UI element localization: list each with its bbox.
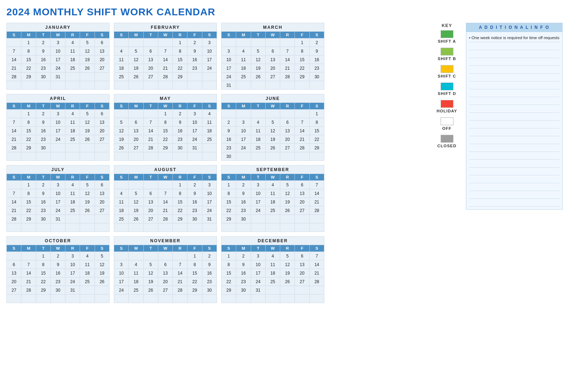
calendar-day <box>95 152 109 161</box>
calendar-day: 10 <box>187 118 202 127</box>
day-of-week-header: M <box>236 32 251 38</box>
calendar-day <box>295 110 309 118</box>
calendar-day: 5 <box>80 38 95 47</box>
calendar-month-title: APRIL <box>7 94 110 103</box>
calendar-day: 10 <box>114 269 129 277</box>
calendar-day: 5 <box>143 260 158 269</box>
calendar-day: 31 <box>187 144 202 152</box>
calendar-day: 29 <box>309 144 324 152</box>
day-of-week-header: S <box>95 174 109 181</box>
calendar-day <box>95 73 109 81</box>
calendar-day: 11 <box>202 118 217 127</box>
calendar-day <box>143 152 158 161</box>
calendar-day <box>295 215 309 223</box>
calendar-month-title: FEBRUARY <box>114 23 217 32</box>
calendar-day: 7 <box>158 189 172 198</box>
calendar-day <box>7 110 21 118</box>
calendar-day: 7 <box>158 47 172 55</box>
calendar-day: 31 <box>202 215 217 223</box>
calendar-day: 2 <box>36 181 50 189</box>
calendar-day <box>129 38 143 47</box>
calendar-day: 23 <box>36 206 50 215</box>
calendar-month-title: JANUARY <box>7 23 110 32</box>
key-item: OFF <box>441 117 453 131</box>
day-of-week-header: S <box>222 245 236 252</box>
calendar-day: 16 <box>202 269 217 277</box>
calendar-day <box>7 152 21 161</box>
calendar-day <box>80 215 95 223</box>
calendar-day <box>143 223 158 232</box>
calendar-day <box>236 152 251 161</box>
day-of-week-header: M <box>21 32 36 38</box>
calendar-march: MARCHSMTWRFS1234567891011121314151617181… <box>221 23 324 90</box>
calendar-day <box>309 81 324 90</box>
calendar-day: 29 <box>295 73 309 81</box>
key-item: CLOSED <box>437 135 457 148</box>
calendar-day: 27 <box>95 135 109 144</box>
calendar-day <box>65 73 80 81</box>
calendar-day <box>129 110 143 118</box>
calendar-day <box>65 144 80 152</box>
calendar-day <box>265 286 280 295</box>
day-of-week-header: S <box>7 174 21 181</box>
key-swatch <box>441 48 453 55</box>
calendar-day: 28 <box>309 277 324 286</box>
day-of-week-header: T <box>251 245 265 252</box>
calendar-day <box>114 38 129 47</box>
calendar-day: 11 <box>80 260 95 269</box>
calendar-day <box>114 295 129 303</box>
calendar-day <box>7 38 21 47</box>
calendar-day <box>309 286 324 295</box>
calendar-day: 8 <box>173 47 187 55</box>
calendar-day: 3 <box>202 181 217 189</box>
calendar-day: 17 <box>50 55 65 64</box>
key-swatch <box>441 83 453 90</box>
calendar-day: 10 <box>222 55 236 64</box>
calendar-day: 8 <box>158 118 172 127</box>
calendar-day: 14 <box>143 127 158 135</box>
calendar-day: 25 <box>65 64 80 73</box>
calendar-day: 17 <box>65 269 80 277</box>
calendar-day: 28 <box>7 73 21 81</box>
day-of-week-header: R <box>65 174 80 181</box>
day-of-week-header: F <box>295 32 309 38</box>
calendar-day: 16 <box>36 198 50 206</box>
calendar-day <box>143 81 158 90</box>
calendar-day: 30 <box>173 144 187 152</box>
calendar-day: 17 <box>251 198 265 206</box>
page-title: 2024 MONTHLY SHIFT WORK CALENDAR <box>6 6 563 18</box>
calendar-day: 27 <box>280 144 295 152</box>
calendar-day: 22 <box>21 206 36 215</box>
day-of-week-header: M <box>236 174 251 181</box>
calendar-day <box>7 181 21 189</box>
day-of-week-header: S <box>114 32 129 38</box>
calendar-day: 7 <box>309 181 324 189</box>
calendar-day <box>295 295 309 303</box>
day-of-week-header: W <box>265 174 280 181</box>
calendar-day: 25 <box>114 73 129 81</box>
additional-info-row <box>469 50 559 58</box>
calendar-day: 20 <box>95 127 109 135</box>
day-of-week-header: S <box>202 103 217 110</box>
calendar-day: 24 <box>202 64 217 73</box>
calendar-day: 18 <box>251 135 265 144</box>
calendar-day: 18 <box>65 55 80 64</box>
calendar-day: 16 <box>36 127 50 135</box>
additional-info-row <box>469 121 559 128</box>
calendar-day: 31 <box>50 215 65 223</box>
calendar-day: 26 <box>251 73 265 81</box>
calendar-day: 20 <box>7 277 21 286</box>
calendar-day: 14 <box>7 198 21 206</box>
additional-info-row <box>469 105 559 113</box>
calendar-day <box>114 223 129 232</box>
day-of-week-header: S <box>309 103 324 110</box>
day-of-week-header: W <box>50 103 65 110</box>
calendar-day: 30 <box>236 215 251 223</box>
calendar-month-title: AUGUST <box>114 165 217 174</box>
calendar-day: 4 <box>265 252 280 260</box>
additional-info-title: A D D I T I O N A L I N F O <box>466 23 562 32</box>
calendar-day: 30 <box>187 215 202 223</box>
calendar-day: 25 <box>265 277 280 286</box>
calendar-day <box>236 110 251 118</box>
calendar-day: 29 <box>36 286 50 295</box>
